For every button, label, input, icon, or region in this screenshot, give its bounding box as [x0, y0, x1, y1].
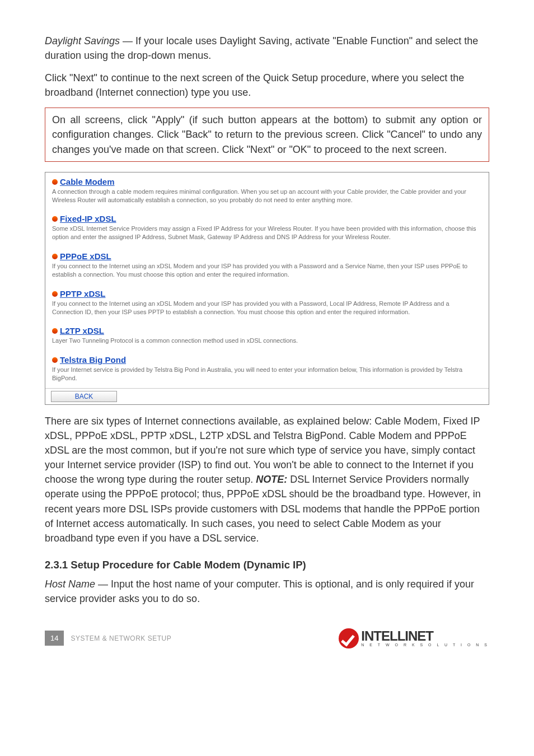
hostname-rest: — Input the host name of your computer. …	[45, 578, 474, 604]
back-button[interactable]: BACK	[51, 391, 117, 402]
bullet-icon	[52, 357, 58, 363]
logo-tagline: N E T W O R K S O L U T I O N S	[361, 643, 489, 647]
bullet-icon	[52, 291, 58, 297]
connection-option-fixed-ip-xdsl: Fixed-IP xDSLSome xDSL Internet Service …	[45, 209, 489, 247]
connection-desc: A connection through a cable modem requi…	[52, 188, 482, 204]
connection-desc: If your Internet service is provided by …	[52, 366, 482, 382]
connection-option-l2tp-xdsl: L2TP xDSLLayer Two Tunneling Protocol is…	[45, 321, 489, 351]
bullet-icon	[52, 254, 58, 259]
connection-desc: Layer Two Tunneling Protocol is a common…	[52, 337, 482, 345]
bullet-icon	[52, 216, 58, 222]
daylight-label: Daylight Savings	[45, 35, 120, 46]
panel-footer: BACK	[45, 388, 489, 404]
intellinet-logo: INTELLINET N E T W O R K S O L U T I O N…	[339, 628, 489, 648]
callout-box: On all screens, click "Apply" (if such b…	[45, 108, 489, 161]
connection-type-panel: Cable ModemA connection through a cable …	[45, 172, 489, 405]
note-label: NOTE:	[256, 474, 287, 485]
connection-desc: Some xDSL Internet Service Providers may…	[52, 225, 482, 241]
footer-section-text: SYSTEM & NETWORK SETUP	[71, 634, 171, 642]
connection-link-fixed-ip-xdsl[interactable]: Fixed-IP xDSL	[60, 214, 116, 223]
logo-checkmark-icon	[339, 628, 359, 648]
bullet-icon	[52, 179, 58, 185]
connection-option-pppoe-xdsl: PPPoE xDSLIf you connect to the Internet…	[45, 247, 489, 284]
connection-option-cable-modem: Cable ModemA connection through a cable …	[45, 172, 489, 210]
hostname-label: Host Name	[45, 578, 95, 590]
connection-option-pptp-xdsl: PPTP xDSLIf you connect to the Internet …	[45, 284, 489, 322]
click-next-paragraph: Click "Next" to continue to the next scr…	[45, 71, 489, 100]
logo-brand-text: INTELLINET	[361, 629, 489, 643]
connection-link-pppoe-xdsl[interactable]: PPPoE xDSL	[60, 251, 111, 261]
connection-desc: If you connect to the Internet using an …	[52, 300, 482, 316]
section-heading: 2.3.1 Setup Procedure for Cable Modem (D…	[45, 559, 489, 571]
page-number-badge: 14	[45, 631, 64, 646]
connection-link-telstra-big-pond[interactable]: Telstra Big Pond	[60, 355, 126, 365]
hostname-paragraph: Host Name — Input the host name of your …	[45, 577, 489, 606]
connection-option-telstra-big-pond: Telstra Big PondIf your Internet service…	[45, 351, 489, 388]
bullet-icon	[52, 328, 58, 334]
callout-text: On all screens, click "Apply" (if such b…	[52, 114, 482, 155]
daylight-paragraph: Daylight Savings — If your locale uses D…	[45, 34, 489, 63]
connection-desc: If you connect to the Internet using an …	[52, 262, 482, 279]
connection-link-l2tp-xdsl[interactable]: L2TP xDSL	[60, 326, 104, 335]
connection-link-pptp-xdsl[interactable]: PPTP xDSL	[60, 289, 105, 298]
footer-left: 14 SYSTEM & NETWORK SETUP	[45, 631, 171, 646]
page-footer: 14 SYSTEM & NETWORK SETUP INTELLINET N E…	[45, 628, 489, 648]
connection-link-cable-modem[interactable]: Cable Modem	[60, 177, 115, 186]
explain-paragraph: There are six types of Internet connecti…	[45, 414, 489, 545]
